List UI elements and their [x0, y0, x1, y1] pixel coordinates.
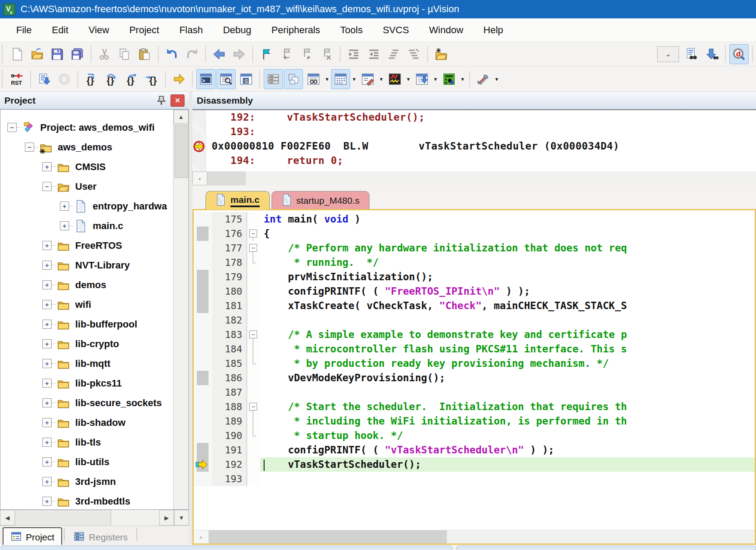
system-viewer-icon[interactable]	[439, 69, 459, 89]
editor-line-191[interactable]: 191 configPRINTF( ( "vTaskStartScheduler…	[194, 443, 755, 457]
tree-item-lib-mqtt[interactable]: +lib-mqtt	[0, 354, 174, 373]
tree-item-demos[interactable]: +demos	[0, 275, 174, 295]
find-doc-icon[interactable]	[682, 44, 701, 64]
editor-margin[interactable]	[194, 212, 212, 226]
code-text[interactable]: /* Start the scheduler. Initialization t…	[260, 400, 755, 414]
tree-item-lib-crypto[interactable]: +lib-crypto	[0, 334, 174, 354]
editor-line-192[interactable]: 192 vTaskStartScheduler();	[194, 457, 755, 472]
analysis-window-icon[interactable]	[385, 69, 404, 89]
step-into-icon[interactable]: {}	[82, 69, 101, 89]
tree-item-lib-bufferpool[interactable]: +lib-bufferpool	[0, 314, 174, 334]
menu-project[interactable]: Project	[119, 24, 169, 36]
editor-margin[interactable]	[194, 414, 212, 428]
watch-window-dropdown-icon[interactable]: ▼	[324, 77, 331, 82]
callstack-window-icon[interactable]	[284, 69, 303, 89]
editor-line-186[interactable]: 186 vDevModeKeyProvisioning();	[194, 371, 755, 385]
redo-icon[interactable]	[182, 44, 202, 64]
code-text[interactable]: xTaskCreate( vCheckTask, "Check", mainCH…	[260, 299, 755, 313]
disassembly-line[interactable]: 194: return 0;	[192, 153, 756, 168]
code-text[interactable]: * running. */	[260, 255, 755, 270]
fold-column[interactable]	[247, 457, 260, 472]
expand-plus-icon[interactable]: +	[42, 359, 52, 368]
expand-plus-icon[interactable]: +	[42, 477, 52, 486]
menu-peripherals[interactable]: Peripherals	[261, 24, 330, 36]
open-file-icon[interactable]	[28, 44, 47, 64]
tree-item-lib-pkcs11[interactable]: +lib-pkcs11	[0, 373, 174, 393]
bookmark-next-icon[interactable]	[297, 44, 316, 64]
tree-item-3rd-mbedtls[interactable]: +3rd-mbedtls	[0, 491, 174, 509]
panel-tab-project[interactable]: Project	[3, 527, 62, 547]
menu-file[interactable]: File	[6, 24, 42, 36]
code-text[interactable]: * including the WiFi initialization, is …	[260, 414, 755, 428]
collapse-minus-icon[interactable]: −	[42, 182, 52, 191]
command-window-icon[interactable]: >_	[196, 69, 216, 89]
menu-edit[interactable]: Edit	[42, 24, 78, 36]
expand-plus-icon[interactable]: +	[42, 379, 52, 388]
disassembly-horizontal-scrollbar[interactable]: ‹	[192, 171, 756, 185]
unindent-icon[interactable]	[364, 44, 383, 64]
save-all-icon[interactable]	[68, 44, 87, 64]
tree-vertical-scrollbar[interactable]: ▲	[173, 110, 188, 509]
editor-line-190[interactable]: 190 * startup hook. */	[194, 428, 755, 443]
bookmark-clear-icon[interactable]	[317, 44, 336, 64]
code-text[interactable]: configPRINTF( ( "FreeRTOS_IPInit\n" ) );	[260, 284, 755, 299]
editor-margin[interactable]	[194, 400, 212, 414]
editor-line-175[interactable]: 175int main( void )	[194, 212, 755, 226]
indent-icon[interactable]	[344, 44, 363, 64]
code-text[interactable]: /* Perform any hardware initialization t…	[260, 241, 755, 255]
expand-plus-icon[interactable]: +	[42, 241, 52, 250]
toolbar-drag-handle[interactable]	[2, 70, 7, 88]
editor-line-182[interactable]: 182	[194, 313, 755, 327]
tree-item-lib-tls[interactable]: +lib-tls	[0, 432, 174, 452]
fold-column[interactable]: −	[247, 241, 260, 255]
code-text[interactable]	[260, 313, 755, 327]
tree-item-user[interactable]: −User	[0, 177, 174, 196]
scroll-up-icon[interactable]: ▲	[174, 110, 188, 124]
editor-margin[interactable]	[194, 270, 212, 284]
fold-column[interactable]: −	[247, 400, 260, 414]
scrollbar-thumb[interactable]	[16, 510, 111, 526]
menu-help[interactable]: Help	[474, 24, 513, 36]
menu-tools[interactable]: Tools	[330, 24, 373, 36]
scroll-right-icon[interactable]: ▶	[159, 510, 174, 526]
scroll-left-icon[interactable]: ‹	[192, 171, 207, 185]
fold-collapse-icon[interactable]: −	[249, 403, 257, 411]
fold-column[interactable]	[247, 371, 260, 385]
fold-collapse-icon[interactable]: −	[249, 244, 257, 252]
fold-column[interactable]	[247, 212, 260, 226]
code-text[interactable]: int main( void )	[260, 212, 755, 226]
menu-flash[interactable]: Flash	[169, 24, 213, 36]
expand-plus-icon[interactable]: +	[42, 280, 52, 289]
tree-item-nvt-library[interactable]: +NVT-Library	[0, 255, 174, 275]
fold-column[interactable]	[247, 443, 260, 457]
expand-plus-icon[interactable]: +	[42, 418, 52, 427]
fold-column[interactable]	[247, 313, 260, 327]
editor-line-181[interactable]: 181 xTaskCreate( vCheckTask, "Check", ma…	[194, 299, 755, 313]
fold-column[interactable]	[247, 385, 260, 400]
editor-line-184[interactable]: 184 * microcontroller flash using PKCS#1…	[194, 342, 755, 356]
comment-icon[interactable]	[384, 44, 404, 64]
expand-plus-icon[interactable]: +	[42, 300, 52, 309]
uncomment-icon[interactable]	[404, 44, 424, 64]
editor-line-183[interactable]: 183− /* A simple example to demonstrate …	[194, 327, 755, 342]
disassembly-line[interactable]: 193:	[192, 125, 756, 139]
editor-margin[interactable]	[194, 443, 212, 457]
scroll-down-icon[interactable]: ▼	[174, 510, 189, 526]
symbols-window-icon[interactable]: S	[237, 69, 256, 89]
stop-icon[interactable]	[55, 69, 74, 89]
code-text[interactable]: vDevModeKeyProvisioning();	[260, 371, 755, 385]
fold-column[interactable]	[247, 270, 260, 284]
scroll-left-icon[interactable]: ‹	[194, 530, 209, 543]
tree-item-lib-utils[interactable]: +lib-utils	[0, 452, 174, 472]
editor-line-193[interactable]: 193	[194, 472, 755, 486]
editor-margin[interactable]	[194, 342, 212, 356]
tree-item-lib-shadow[interactable]: +lib-shadow	[0, 413, 174, 432]
registers-window-icon[interactable]	[264, 69, 283, 89]
code-text[interactable]: configPRINTF( ( "vTaskStartScheduler\n" …	[260, 443, 755, 457]
bookmark-icon[interactable]	[257, 44, 276, 64]
serial-window-dropdown-icon[interactable]: ▼	[378, 77, 385, 82]
analysis-window-dropdown-icon[interactable]: ▼	[405, 77, 412, 82]
fold-column[interactable]	[247, 255, 260, 270]
copy-icon[interactable]	[115, 44, 134, 64]
scrollbar-thumb[interactable]	[174, 125, 188, 178]
